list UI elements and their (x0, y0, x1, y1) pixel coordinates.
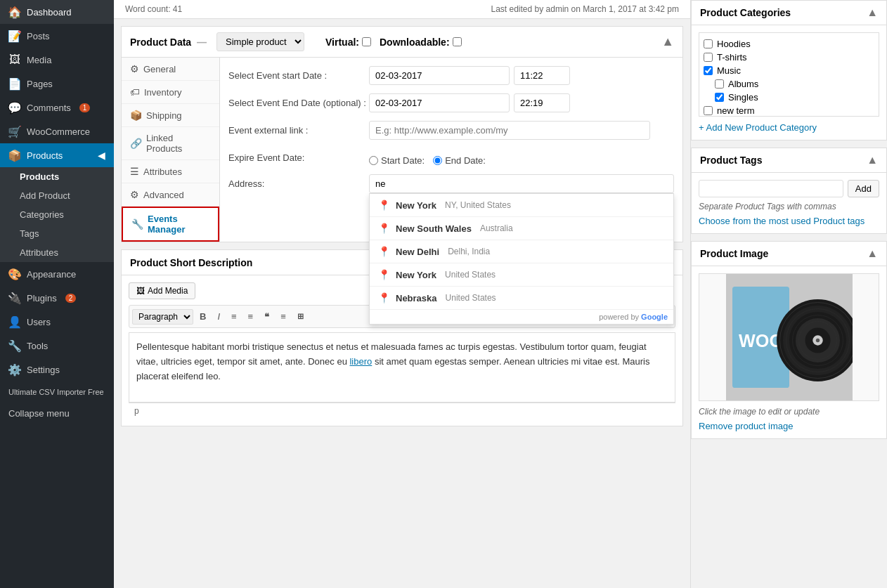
inventory-icon: 🏷 (130, 86, 140, 98)
sidebar-item-comments[interactable]: 💬 Comments 1 (0, 96, 114, 119)
sidebar-item-collapse[interactable]: Collapse menu (0, 403, 114, 424)
sidebar-item-products[interactable]: 📦 Products ◀ (0, 143, 114, 167)
appearance-icon: 🎨 (8, 268, 21, 280)
downloadable-checkbox[interactable] (453, 37, 462, 46)
address-row: Address: 📍 New York NY, United States (228, 174, 674, 193)
new-term-label: new term (717, 105, 754, 116)
end-date-radio[interactable] (433, 156, 442, 165)
ol-button[interactable]: ≡ (243, 308, 259, 325)
dashboard-icon: 🏠 (8, 6, 21, 18)
start-date-label: Select Event start Date : (228, 66, 369, 81)
end-date-input[interactable] (369, 93, 510, 112)
svg-text:WOO: WOO (739, 331, 783, 351)
add-category-link[interactable]: + Add New Product Category (699, 122, 817, 133)
tab-linked-products[interactable]: 🔗 Linked Products (122, 127, 219, 160)
submenu-item-categories[interactable]: Categories (0, 205, 114, 224)
sidebar-item-label: Plugins (27, 293, 57, 303)
grid-button[interactable]: ⊞ (292, 309, 309, 324)
sidebar-item-users[interactable]: 👤 Users (0, 310, 114, 334)
sidebar-item-ultimate-csv[interactable]: Ultimate CSV Importer Free (0, 381, 114, 403)
powered-by-google: powered by Google (370, 310, 673, 324)
sidebar-item-appearance[interactable]: 🎨 Appearance (0, 262, 114, 286)
product-data-toggle[interactable]: ▲ (661, 34, 674, 49)
address-input[interactable] (369, 174, 674, 193)
location-pin-icon: 📍 (378, 292, 390, 303)
tab-attributes[interactable]: ☰ Attributes (122, 160, 219, 183)
external-link-label: Event external link : (228, 121, 369, 136)
end-date-radio-label[interactable]: End Date: (433, 151, 486, 166)
sidebar-item-settings[interactable]: ⚙️ Settings (0, 358, 114, 381)
categories-toggle[interactable]: ▲ (867, 6, 878, 19)
add-media-button[interactable]: 🖼 Add Media (129, 282, 195, 299)
ul-button[interactable]: ≡ (226, 308, 242, 325)
sidebar-item-dashboard[interactable]: 🏠 Dashboard (0, 0, 114, 24)
external-link-input[interactable] (369, 121, 650, 140)
sidebar-item-pages[interactable]: 📄 Pages (0, 72, 114, 96)
start-date-radio[interactable] (369, 156, 378, 165)
sidebar-item-label: Users (27, 317, 51, 327)
sidebar-item-woocommerce[interactable]: 🛒 WooCommerce (0, 119, 114, 143)
tags-toggle[interactable]: ▲ (867, 154, 878, 166)
sidebar-item-label: Media (27, 55, 51, 65)
music-checkbox[interactable] (704, 66, 713, 75)
plugins-badge: 2 (65, 294, 77, 303)
location-pin-icon: 📍 (378, 223, 390, 234)
start-date-fields (369, 66, 674, 85)
autocomplete-item[interactable]: 📍 New York United States (370, 263, 673, 287)
hoodies-checkbox[interactable] (704, 39, 713, 48)
sidebar-item-plugins[interactable]: 🔌 Plugins 2 (0, 286, 114, 310)
tshirts-checkbox[interactable] (704, 53, 713, 62)
linked-products-icon: 🔗 (130, 138, 142, 149)
start-date-radio-label[interactable]: Start Date: (369, 151, 425, 166)
location-pin-icon: 📍 (378, 246, 390, 257)
autocomplete-item[interactable]: 📍 Nebraska United States (370, 287, 673, 310)
submenu-item-add-product[interactable]: Add Product (0, 186, 114, 205)
remove-image-link[interactable]: Remove product image (699, 421, 793, 431)
end-time-input[interactable] (514, 93, 570, 112)
tab-events-manager[interactable]: 🔧 Events Manager (122, 207, 219, 242)
editor-footer: p (129, 403, 675, 419)
libero-link[interactable]: libero (349, 356, 372, 367)
quote-button[interactable]: ❝ (259, 308, 274, 325)
product-image-container[interactable]: WOO (699, 273, 879, 401)
tab-shipping[interactable]: 📦 Shipping (122, 104, 219, 127)
word-count-bar: Word count: 41 Last edited by admin on M… (114, 0, 690, 19)
posts-icon: 📝 (8, 30, 21, 42)
singles-checkbox[interactable] (715, 93, 724, 102)
tags-title: Product Tags (700, 155, 762, 166)
sidebar-item-media[interactable]: 🖼 Media (0, 48, 114, 72)
submenu-item-products[interactable]: Products (0, 167, 114, 186)
autocomplete-item[interactable]: 📍 New Delhi Delhi, India (370, 240, 673, 263)
category-item-child: Singles (704, 91, 874, 104)
albums-checkbox[interactable] (715, 79, 724, 89)
sidebar-item-tools[interactable]: 🔧 Tools (0, 334, 114, 358)
start-time-input[interactable] (514, 66, 570, 85)
product-image-toggle[interactable]: ▲ (867, 247, 878, 260)
tab-advanced[interactable]: ⚙ Advanced (122, 183, 219, 207)
sidebar-item-label: Tools (27, 341, 48, 351)
submenu-item-attributes[interactable]: Attributes (0, 243, 114, 262)
new-term-checkbox[interactable] (704, 106, 713, 115)
tab-inventory[interactable]: 🏷 Inventory (122, 81, 219, 104)
autocomplete-item[interactable]: 📍 New South Wales Australia (370, 217, 673, 240)
align-button[interactable]: ≡ (276, 308, 291, 325)
editor-content[interactable]: Pellentesque habitant morbi tristique se… (129, 332, 675, 403)
virtual-checkbox[interactable] (362, 37, 371, 46)
italic-button[interactable]: I (212, 308, 225, 325)
tags-add-button[interactable]: Add (848, 180, 879, 197)
product-type-select[interactable]: Simple product (216, 32, 304, 51)
end-date-label: Select Event End Date (optional) : (228, 93, 369, 110)
tags-hint: Separate Product Tags with commas (699, 202, 879, 211)
paragraph-select[interactable]: Paragraph (132, 309, 193, 325)
tab-general[interactable]: ⚙ General (122, 58, 219, 81)
start-date-input[interactable] (369, 66, 510, 85)
pages-icon: 📄 (8, 77, 21, 90)
submenu-item-tags[interactable]: Tags (0, 224, 114, 243)
products-submenu: Products Add Product Categories Tags Att… (0, 167, 114, 262)
bold-button[interactable]: B (195, 308, 211, 325)
autocomplete-item[interactable]: 📍 New York NY, United States (370, 194, 673, 217)
tags-input[interactable] (699, 180, 843, 197)
sidebar-item-posts[interactable]: 📝 Posts (0, 24, 114, 48)
tags-choose-link[interactable]: Choose from the most used Product tags (699, 216, 865, 226)
location-pin-icon: 📍 (378, 200, 390, 211)
